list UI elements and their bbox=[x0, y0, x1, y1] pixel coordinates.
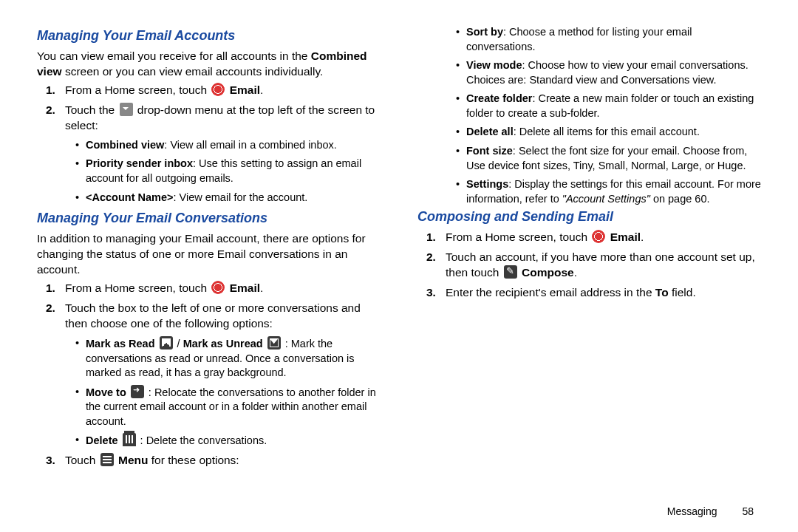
menu-options-list: Sort by: Choose a method for listing you… bbox=[446, 25, 761, 206]
list-item: Delete all: Delete all items for this em… bbox=[456, 125, 761, 140]
compose-icon bbox=[504, 265, 517, 279]
intro-conversations: In addition to managing your Email accou… bbox=[37, 231, 381, 278]
step-item: 1. From a Home screen, touch Email. bbox=[46, 281, 381, 296]
options-list: Mark as Read / Mark as Unread : Mark the… bbox=[65, 336, 381, 449]
mark-unread-icon bbox=[267, 336, 281, 349]
step-item: 1. From a Home screen, touch Email. bbox=[46, 83, 381, 98]
intro-accounts: You can view email you receive for all a… bbox=[37, 49, 381, 80]
page-columns: Managing Your Email Accounts You can vie… bbox=[37, 25, 761, 483]
step-item: 3. Enter the recipient's email address i… bbox=[426, 285, 761, 301]
steps-accounts: 1. From a Home screen, touch Email. 2. T… bbox=[37, 83, 381, 205]
dropdown-icon bbox=[120, 103, 133, 116]
menu-icon bbox=[100, 453, 114, 466]
list-item: Combined view: View all email in a combi… bbox=[75, 138, 381, 153]
email-icon bbox=[211, 83, 225, 96]
step-item: 2. Touch the drop-down menu at the top l… bbox=[46, 103, 381, 205]
list-item: <Account Name>: View email for the accou… bbox=[75, 191, 381, 205]
list-item: View mode: Choose how to view your email… bbox=[456, 58, 761, 87]
heading-managing-conversations: Managing Your Email Conversations bbox=[37, 209, 381, 227]
footer-page-number: 58 bbox=[742, 505, 754, 517]
list-item: Font size: Select the font size for your… bbox=[456, 144, 761, 173]
list-item: Settings: Display the settings for this … bbox=[456, 177, 761, 206]
email-icon bbox=[211, 281, 225, 294]
heading-composing: Composing and Sending Email bbox=[417, 208, 761, 225]
email-icon bbox=[592, 230, 605, 243]
mark-read-icon bbox=[160, 336, 173, 349]
step-item: 1. From a Home screen, touch Email. bbox=[426, 230, 761, 245]
list-item: Sort by: Choose a method for listing you… bbox=[456, 25, 761, 54]
move-to-icon bbox=[131, 385, 144, 398]
footer-chapter: Messaging bbox=[667, 505, 717, 517]
list-item: Create folder: Create a new main folder … bbox=[456, 92, 761, 120]
list-item: Mark as Read / Mark as Unread : Mark the… bbox=[75, 336, 381, 381]
heading-managing-accounts: Managing Your Email Accounts bbox=[37, 27, 381, 44]
step-item: 2. Touch an account, if you have more th… bbox=[426, 250, 761, 281]
steps-composing: 1. From a Home screen, touch Email. 2. T… bbox=[417, 230, 761, 301]
list-item: Move to : Relocate the conversations to … bbox=[75, 385, 381, 429]
options-list: Combined view: View all email in a combi… bbox=[65, 138, 381, 205]
list-item: Delete : Delete the conversations. bbox=[75, 433, 381, 449]
page-footer: Messaging 58 bbox=[667, 505, 754, 519]
list-item: Priority sender inbox: Use this setting … bbox=[75, 157, 381, 185]
step-item: 2. Touch the box to the left of one or m… bbox=[46, 301, 381, 449]
delete-icon bbox=[123, 433, 136, 446]
